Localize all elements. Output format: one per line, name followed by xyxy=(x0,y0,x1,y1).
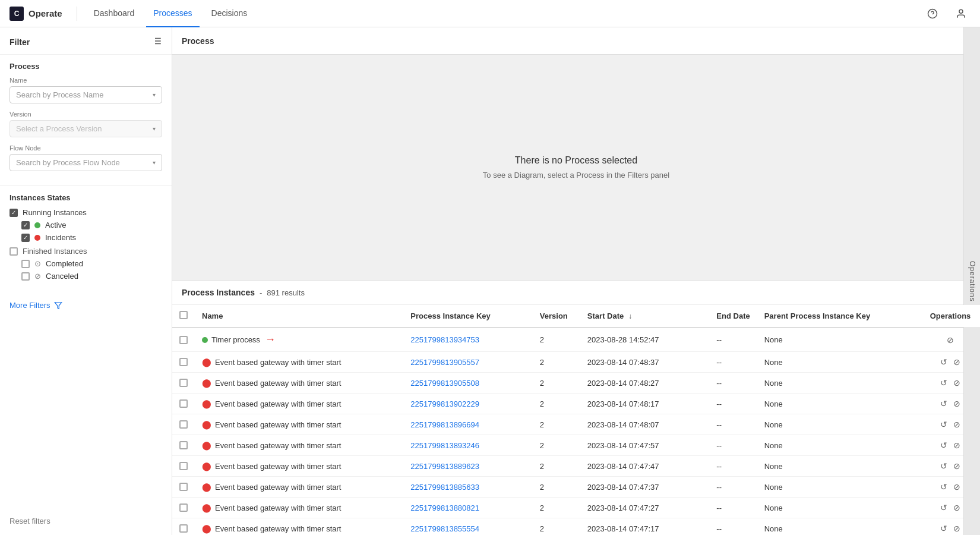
row-key-cell: 2251799813880821 xyxy=(403,498,533,518)
retry-op-icon[interactable]: ↺ xyxy=(940,524,947,533)
row-key-link[interactable]: 2251799813896694 xyxy=(410,420,479,429)
row-checkbox[interactable] xyxy=(179,420,188,429)
more-filters-button[interactable]: More Filters xyxy=(0,294,172,317)
cancel-op-icon[interactable]: ⊘ xyxy=(953,503,960,512)
completed-checkbox[interactable] xyxy=(21,260,30,268)
row-checkbox[interactable] xyxy=(179,524,188,533)
cancel-op-icon[interactable]: ⊘ xyxy=(953,378,960,388)
incidents-checkbox[interactable]: ✓ xyxy=(21,234,30,242)
operations-tab[interactable]: Operations xyxy=(963,27,980,535)
th-start-date[interactable]: Start Date ↓ xyxy=(580,305,710,328)
row-name-text: Event based gateway with timer start xyxy=(215,524,341,533)
row-checkbox[interactable] xyxy=(179,399,188,408)
active-row[interactable]: ✓ Active xyxy=(21,221,162,229)
row-parent-cell: None xyxy=(757,518,921,536)
row-parent-text: None xyxy=(764,335,783,344)
row-start-date-cell: 2023-08-14 07:48:37 xyxy=(580,352,710,373)
row-checkbox[interactable] xyxy=(179,441,188,449)
cancel-op-icon[interactable]: ⊘ xyxy=(947,335,954,345)
retry-op-icon[interactable]: ↺ xyxy=(940,503,947,512)
finished-instances-row[interactable]: Finished Instances xyxy=(10,247,162,256)
row-key-link[interactable]: 2251799813905508 xyxy=(410,379,479,388)
row-key-link[interactable]: 2251799813934753 xyxy=(410,335,479,344)
nav-processes[interactable]: Processes xyxy=(146,0,199,27)
completed-row[interactable]: ⊙ Completed xyxy=(21,259,162,268)
row-parent-cell: None xyxy=(757,373,921,394)
table-row: ⬤Event based gateway with timer start225… xyxy=(172,373,980,394)
retry-op-icon[interactable]: ↺ xyxy=(940,420,947,429)
chevron-down-icon: ▾ xyxy=(153,92,156,98)
th-end-date[interactable]: End Date xyxy=(709,305,757,328)
header-checkbox[interactable] xyxy=(179,311,188,319)
active-status-icon xyxy=(34,222,40,228)
retry-op-icon[interactable]: ↺ xyxy=(940,399,947,408)
canceled-checkbox[interactable] xyxy=(21,272,30,281)
retry-op-icon[interactable]: ↺ xyxy=(940,378,947,388)
row-end-date-cell: -- xyxy=(709,352,757,373)
nav-dashboard[interactable]: Dashboard xyxy=(87,0,142,27)
instances-section: Process Instances - 891 results Name xyxy=(172,281,980,535)
user-icon[interactable] xyxy=(951,4,970,23)
row-version-cell: 2 xyxy=(533,435,580,456)
row-key-cell: 2251799813905557 xyxy=(403,352,533,373)
row-key-link[interactable]: 2251799813880821 xyxy=(410,503,479,512)
reset-filters-button[interactable]: Reset filters xyxy=(0,512,172,535)
row-checkbox[interactable] xyxy=(179,462,188,470)
process-version-select[interactable]: Select a Process Version ▾ xyxy=(10,120,162,137)
nav-decisions[interactable]: Decisions xyxy=(204,0,255,27)
retry-op-icon[interactable]: ↺ xyxy=(940,461,947,471)
running-instances-row[interactable]: ✓ Running Instances xyxy=(10,208,162,217)
row-name-text: Event based gateway with timer start xyxy=(215,503,341,512)
flow-node-label: Flow Node xyxy=(10,144,162,152)
flow-node-select[interactable]: Search by Process Flow Node ▾ xyxy=(10,154,162,171)
chevron-down-version-icon: ▾ xyxy=(153,125,156,132)
row-checkbox[interactable] xyxy=(179,358,188,366)
row-start-date-cell: 2023-08-14 07:47:57 xyxy=(580,435,710,456)
row-start-date-cell: 2023-08-14 07:47:27 xyxy=(580,498,710,518)
row-end-date-text: -- xyxy=(716,503,722,512)
th-name[interactable]: Name xyxy=(195,305,403,328)
th-parent[interactable]: Parent Process Instance Key xyxy=(757,305,921,328)
table-row: ⬤Event based gateway with timer start225… xyxy=(172,414,980,435)
row-key-link[interactable]: 2251799813885633 xyxy=(410,483,479,492)
process-name-select[interactable]: Search by Process Name ▾ xyxy=(10,86,162,103)
row-checkbox[interactable] xyxy=(179,503,188,512)
row-key-link[interactable]: 2251799813902229 xyxy=(410,399,479,408)
retry-op-icon[interactable]: ↺ xyxy=(940,357,947,367)
cancel-op-icon[interactable]: ⊘ xyxy=(953,420,960,429)
retry-op-icon[interactable]: ↺ xyxy=(940,482,947,492)
row-checkbox[interactable] xyxy=(179,483,188,491)
active-checkbox[interactable]: ✓ xyxy=(21,221,30,229)
cancel-op-icon[interactable]: ⊘ xyxy=(953,461,960,471)
row-checkbox[interactable] xyxy=(179,336,188,344)
sidebar-header: Filter xyxy=(0,27,172,55)
row-version-text: 2 xyxy=(540,483,544,492)
row-key-link[interactable]: 2251799813905557 xyxy=(410,358,479,367)
row-name-text: Event based gateway with timer start xyxy=(215,379,341,388)
row-key-link[interactable]: 2251799813855554 xyxy=(410,524,479,533)
table-row: ⬤Event based gateway with timer start225… xyxy=(172,435,980,456)
row-name-text: Event based gateway with timer start xyxy=(215,399,341,408)
row-key-link[interactable]: 2251799813889623 xyxy=(410,462,479,471)
finished-instances-checkbox[interactable] xyxy=(10,247,18,256)
diagram-area: There is no Process selected To see a Di… xyxy=(172,55,980,281)
cancel-op-icon[interactable]: ⊘ xyxy=(953,482,960,492)
cancel-op-icon[interactable]: ⊘ xyxy=(953,440,960,450)
row-checkbox[interactable] xyxy=(179,379,188,387)
cancel-op-icon[interactable]: ⊘ xyxy=(953,357,960,367)
row-key-link[interactable]: 2251799813893246 xyxy=(410,441,479,450)
cancel-op-icon[interactable]: ⊘ xyxy=(953,399,960,408)
cancel-op-icon[interactable]: ⊘ xyxy=(953,524,960,533)
retry-op-icon[interactable]: ↺ xyxy=(940,440,947,450)
row-parent-cell: None xyxy=(757,352,921,373)
filter-icon[interactable] xyxy=(151,36,162,48)
app-name: Operate xyxy=(29,8,62,18)
th-key[interactable]: Process Instance Key xyxy=(403,305,533,328)
incidents-row[interactable]: ✓ Incidents xyxy=(21,233,162,242)
th-version[interactable]: Version xyxy=(533,305,580,328)
help-icon[interactable] xyxy=(923,4,942,23)
status-red-icon: ⬤ xyxy=(202,461,211,471)
running-instances-checkbox[interactable]: ✓ xyxy=(10,209,18,217)
row-name-cell: ⬤Event based gateway with timer start xyxy=(195,456,403,477)
canceled-row[interactable]: ⊘ Canceled xyxy=(21,272,162,281)
